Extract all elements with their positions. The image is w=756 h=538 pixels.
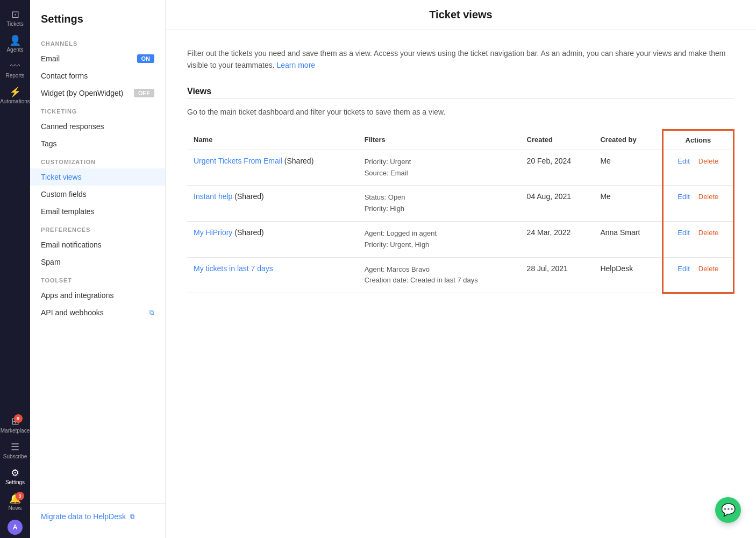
nav-item-tickets[interactable]: ⊡ Tickets bbox=[0, 4, 30, 30]
automations-icon: ⚡ bbox=[9, 87, 21, 97]
delete-button[interactable]: Delete bbox=[698, 193, 719, 201]
row-created-by-cell: Me bbox=[594, 150, 662, 186]
views-table: Name Filters Created Created by Actions … bbox=[187, 129, 734, 294]
settings-label: Settings bbox=[5, 479, 25, 485]
marketplace-badge-wrap: ⊞ 9 bbox=[11, 416, 19, 426]
sidebar-widget-label: Widget (by OpenWidget) bbox=[41, 89, 123, 97]
nav-item-marketplace[interactable]: ⊞ 9 Marketplace bbox=[0, 411, 30, 437]
news-badge-wrap: 🔔 3 bbox=[9, 494, 21, 504]
tickets-icon: ⊡ bbox=[11, 10, 19, 19]
sidebar-widget-toggle[interactable]: OFF bbox=[134, 89, 154, 97]
edit-button[interactable]: Edit bbox=[677, 157, 689, 165]
filter-line: Status: Open bbox=[365, 192, 514, 203]
row-name-link[interactable]: Instant help bbox=[194, 192, 232, 201]
nav-item-settings[interactable]: ⚙ Settings bbox=[0, 463, 30, 489]
col-header-name: Name bbox=[187, 130, 358, 150]
marketplace-badge: 9 bbox=[14, 414, 23, 423]
nav-item-agents[interactable]: 👤 Agents bbox=[0, 30, 30, 56]
row-filters-cell: Agent: Marcos BravoCreation date: Create… bbox=[358, 257, 520, 293]
row-filters-cell: Priority: UrgentSource: Email bbox=[358, 150, 520, 186]
reports-label: Reports bbox=[5, 73, 24, 79]
row-actions-cell: EditDelete bbox=[662, 186, 733, 222]
sidebar-section-customization: CUSTOMIZATION bbox=[30, 152, 165, 168]
sidebar-email-toggle[interactable]: ON bbox=[137, 54, 155, 63]
filter-line: Agent: Marcos Bravo bbox=[365, 264, 514, 275]
chat-bubble[interactable]: 💬 bbox=[715, 497, 741, 523]
sidebar-email-label: Email bbox=[41, 54, 60, 63]
sidebar-footer: Migrate data to HelpDesk ⧉ bbox=[30, 503, 165, 529]
sidebar-ticket-views-label: Ticket views bbox=[41, 173, 82, 181]
row-created-by-cell: HelpDesk bbox=[594, 257, 662, 293]
row-created-cell: 04 Aug, 2021 bbox=[520, 186, 594, 222]
row-name-cell: Urgent Tickets From Email (Shared) bbox=[187, 150, 358, 186]
edit-button[interactable]: Edit bbox=[677, 193, 689, 201]
reports-icon: 〰 bbox=[10, 61, 20, 71]
row-created-by-cell: Anna Smart bbox=[594, 221, 662, 257]
row-name-link[interactable]: My HiPriory bbox=[194, 228, 232, 237]
row-name-link[interactable]: My tickets in last 7 days bbox=[194, 264, 273, 273]
migrate-external-icon: ⧉ bbox=[130, 513, 135, 520]
edit-button[interactable]: Edit bbox=[677, 265, 689, 273]
tickets-label: Tickets bbox=[6, 21, 23, 27]
sidebar-item-email-notifications[interactable]: Email notifications bbox=[30, 236, 165, 253]
sidebar-email-templates-label: Email templates bbox=[41, 207, 95, 216]
row-name-cell: My tickets in last 7 days bbox=[187, 257, 358, 293]
sidebar-item-ticket-views[interactable]: Ticket views bbox=[30, 168, 165, 186]
subscribe-label: Subscribe bbox=[3, 454, 27, 459]
nav-item-avatar[interactable]: A bbox=[0, 514, 30, 538]
subscribe-icon: ☰ bbox=[11, 442, 19, 452]
table-row: Instant help (Shared)Status: OpenPriorit… bbox=[187, 186, 734, 222]
row-shared: (Shared) bbox=[282, 157, 313, 165]
news-label: News bbox=[8, 505, 22, 511]
sidebar-item-widget[interactable]: Widget (by OpenWidget) OFF bbox=[30, 84, 165, 102]
agents-label: Agents bbox=[6, 47, 23, 53]
sidebar-item-spam[interactable]: Spam bbox=[30, 253, 165, 271]
migrate-link[interactable]: Migrate data to HelpDesk ⧉ bbox=[41, 512, 154, 521]
section-subtitle: Go to the main ticket dashboard and filt… bbox=[187, 108, 734, 116]
sidebar-item-custom-fields[interactable]: Custom fields bbox=[30, 186, 165, 203]
icon-nav: ⊡ Tickets 👤 Agents 〰 Reports ⚡ Automatio… bbox=[0, 0, 30, 538]
settings-title: Settings bbox=[30, 9, 165, 34]
sidebar-apps-integrations-label: Apps and integrations bbox=[41, 291, 113, 300]
col-header-actions: Actions bbox=[662, 130, 733, 150]
filter-line: Priority: Urgent bbox=[365, 157, 514, 168]
delete-button[interactable]: Delete bbox=[698, 157, 719, 165]
sidebar-section-channels: CHANNELS bbox=[30, 34, 165, 50]
table-row: My HiPriory (Shared)Agent: Logged in age… bbox=[187, 221, 734, 257]
row-created-cell: 20 Feb, 2024 bbox=[520, 150, 594, 186]
delete-button[interactable]: Delete bbox=[698, 229, 719, 237]
row-filters-cell: Status: OpenPriority: High bbox=[358, 186, 520, 222]
sidebar-item-email-templates[interactable]: Email templates bbox=[30, 203, 165, 220]
sidebar-tags-label: Tags bbox=[41, 139, 57, 148]
delete-button[interactable]: Delete bbox=[698, 265, 719, 273]
sidebar-item-apps-integrations[interactable]: Apps and integrations bbox=[30, 287, 165, 304]
row-name-link[interactable]: Urgent Tickets From Email bbox=[194, 157, 282, 165]
filter-line: Agent: Logged in agent bbox=[365, 228, 514, 239]
sidebar-api-webhooks-label: API and webhooks bbox=[41, 308, 104, 317]
filter-line: Creation date: Created in last 7 days bbox=[365, 275, 514, 286]
sidebar-item-contact-forms[interactable]: Contact forms bbox=[30, 67, 165, 84]
row-actions-cell: EditDelete bbox=[662, 221, 733, 257]
sidebar-item-canned-responses[interactable]: Canned responses bbox=[30, 118, 165, 135]
nav-item-automations[interactable]: ⚡ Automations bbox=[0, 82, 30, 108]
sidebar-item-api-webhooks[interactable]: API and webhooks ⧉ bbox=[30, 304, 165, 321]
col-header-created: Created bbox=[520, 130, 594, 150]
row-created-cell: 28 Jul, 2021 bbox=[520, 257, 594, 293]
nav-item-reports[interactable]: 〰 Reports bbox=[0, 56, 30, 82]
learn-more-link[interactable]: Learn more bbox=[277, 61, 316, 69]
filter-line: Priority: High bbox=[365, 203, 514, 215]
row-actions-cell: EditDelete bbox=[662, 257, 733, 293]
table-row: My tickets in last 7 daysAgent: Marcos B… bbox=[187, 257, 734, 293]
edit-button[interactable]: Edit bbox=[677, 229, 689, 237]
section-title-views: Views bbox=[187, 87, 734, 96]
col-header-created-by: Created by bbox=[594, 130, 662, 150]
row-shared: (Shared) bbox=[232, 192, 263, 201]
nav-item-news[interactable]: 🔔 3 News bbox=[0, 489, 30, 514]
nav-item-subscribe[interactable]: ☰ Subscribe bbox=[0, 437, 30, 463]
main-content: Ticket views Filter out the tickets you … bbox=[166, 0, 756, 538]
marketplace-label: Marketplace bbox=[1, 428, 30, 434]
sidebar-item-email[interactable]: Email ON bbox=[30, 50, 165, 67]
sidebar-email-notifications-label: Email notifications bbox=[41, 240, 102, 249]
col-header-filters: Filters bbox=[358, 130, 520, 150]
sidebar-item-tags[interactable]: Tags bbox=[30, 135, 165, 152]
